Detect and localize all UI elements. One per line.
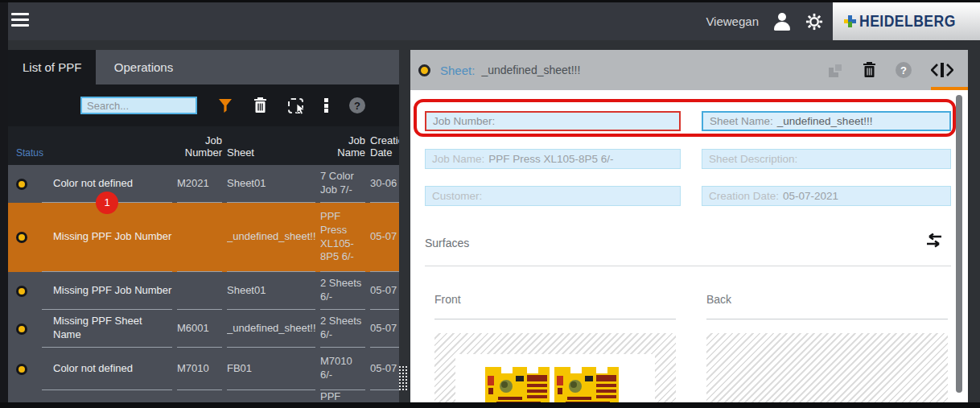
table-row-selected[interactable]: 1 Missing PPF Job Number _undefined_shee… [8, 203, 399, 272]
status-dot-warning [16, 364, 27, 375]
front-artwork-thumbnail [485, 365, 619, 402]
delete-trash-icon[interactable] [253, 97, 267, 113]
back-label-underline [706, 319, 948, 319]
table-row-partial[interactable]: PPF [8, 390, 399, 402]
sheet-name-field[interactable]: Sheet Name: _undefined_sheet!!! [702, 111, 951, 131]
sheet-detail-panel: Sheet: _undefined_sheet!!! ? Job Number:… [410, 50, 968, 402]
marquee-select-icon[interactable] [288, 98, 303, 113]
filter-funnel-icon[interactable] [218, 98, 233, 113]
left-tabbar: List of PPF Operations [8, 50, 399, 84]
expand-collapse-icon[interactable] [931, 63, 953, 77]
status-dot-warning [16, 179, 27, 190]
heidelberg-logo-text: HEIDELBERG [859, 12, 956, 31]
status-dot-warning [16, 286, 27, 297]
delete-trash-icon[interactable] [863, 62, 876, 78]
status-dot-warning [16, 232, 27, 243]
sheet-detail-body: Job Number: Sheet Name: _undefined_sheet… [410, 90, 968, 402]
surfaces-section-title: Surfaces [425, 237, 469, 249]
ppf-list-panel: List of PPF Operations ? Status Job Numb… [8, 50, 399, 402]
user-name-label[interactable]: Viewegan [706, 14, 759, 28]
list-toolbar: ? [8, 84, 399, 126]
job-name-field: Job Name: PPF Press XL105-8P5 6/- [425, 149, 681, 169]
back-surface-preview[interactable] [706, 333, 948, 402]
duplicate-icon[interactable] [829, 63, 843, 77]
table-body: Color not defined M2021 Sheet01 7 Color … [8, 165, 399, 402]
sheet-title-value: _undefined_sheet!!! [481, 64, 580, 76]
table-header: Status Job Number Sheet Job Name Creatio… [8, 126, 399, 165]
annotation-step-badge: 1 [96, 192, 118, 214]
column-header-creation-date[interactable]: Creation Date [370, 134, 399, 159]
panel-resize-grip[interactable] [399, 364, 407, 393]
table-row[interactable]: Missing PPF Job Number Sheet01 2 Sheets … [8, 272, 399, 310]
user-cluster: Viewegan [706, 2, 823, 40]
sheet-detail-header: Sheet: _undefined_sheet!!! ? [410, 50, 968, 90]
window-bottom-border [0, 402, 980, 408]
column-header-status[interactable]: Status [8, 147, 172, 159]
more-options-icon[interactable] [324, 97, 328, 114]
tab-list-of-ppf[interactable]: List of PPF [8, 50, 96, 84]
back-surface-label: Back [706, 293, 731, 306]
heidelberg-plus-icon [844, 15, 856, 27]
swap-surfaces-icon[interactable] [924, 233, 941, 248]
sheet-description-field: Sheet Description: [702, 149, 951, 169]
front-label-underline [434, 319, 676, 319]
sheet-title-label: Sheet: [440, 64, 475, 77]
window-left-border [0, 2, 8, 402]
column-header-sheet[interactable]: Sheet [227, 146, 315, 159]
status-dot-warning [418, 64, 430, 76]
table-row[interactable]: Color not defined M2021 Sheet01 7 Color … [8, 165, 399, 203]
search-input[interactable] [80, 97, 197, 114]
vertical-scrollbar-thumb[interactable] [956, 95, 962, 393]
surfaces-divider [425, 266, 951, 266]
front-surface-preview[interactable] [434, 333, 676, 402]
help-icon[interactable]: ? [896, 62, 912, 78]
table-row[interactable]: Color not defined M7010 FB01 M7010 6/- 0… [8, 348, 399, 390]
menu-hamburger-icon[interactable] [11, 13, 29, 27]
help-icon[interactable]: ? [349, 97, 365, 113]
tab-operations[interactable]: Operations [100, 50, 187, 84]
customer-field: Customer: [425, 186, 681, 206]
table-row[interactable]: Missing PPF Sheet Name M6001 _undefined_… [8, 310, 399, 348]
settings-gear-icon[interactable] [805, 13, 823, 31]
job-number-field[interactable]: Job Number: [425, 111, 681, 131]
user-icon[interactable] [773, 13, 791, 31]
column-header-job-name[interactable]: Job Name [320, 134, 365, 159]
front-surface-label: Front [434, 293, 461, 306]
heidelberg-logo: HEIDELBERG [833, 2, 980, 40]
column-header-job-number[interactable]: Job Number [177, 134, 222, 159]
status-dot-warning [16, 324, 27, 335]
creation-date-field: Creation Date: 05-07-2021 [702, 186, 951, 206]
